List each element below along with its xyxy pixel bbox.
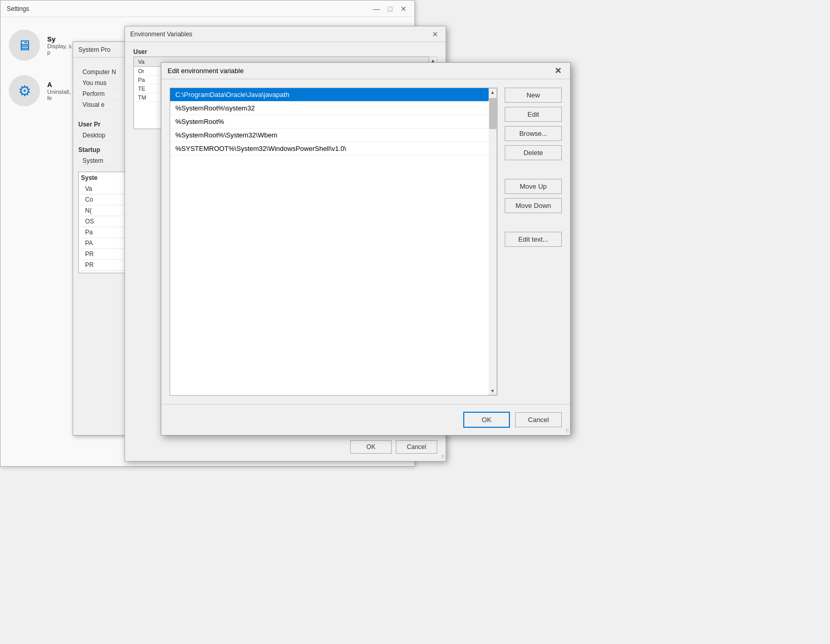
edit-button[interactable]: Edit bbox=[505, 107, 562, 122]
display-text: Sy Display, sp bbox=[47, 35, 72, 55]
edit-list: C:\ProgramData\Oracle\Java\javapath %Sys… bbox=[170, 88, 489, 395]
system-label: System bbox=[82, 157, 103, 164]
resize-handle[interactable]: ⠿ bbox=[441, 455, 445, 460]
btn-spacer bbox=[505, 164, 562, 175]
edit-button-panel: New Edit Browse... Delete Move Up Move D… bbox=[505, 88, 562, 396]
display-description: Display, sp bbox=[47, 43, 72, 55]
performance-label: Perform bbox=[82, 90, 105, 97]
display-icon: 🖥 bbox=[9, 30, 40, 61]
move-up-button[interactable]: Move Up bbox=[505, 179, 562, 194]
edit-resize-handle[interactable]: ⠿ bbox=[565, 429, 569, 434]
settings-titlebar: Settings — □ ✕ bbox=[1, 1, 414, 17]
list-item-javapath[interactable]: C:\ProgramData\Oracle\Java\javapath bbox=[170, 88, 489, 102]
settings-window-controls: — □ ✕ bbox=[372, 4, 408, 13]
you-must-label: You mus bbox=[82, 79, 106, 87]
settings-close-button[interactable]: ✕ bbox=[399, 4, 408, 13]
list-scroll-thumb[interactable] bbox=[489, 98, 496, 129]
maximize-button[interactable]: □ bbox=[385, 4, 395, 13]
btn-spacer-2 bbox=[505, 217, 562, 228]
display-title: Sy bbox=[47, 35, 72, 43]
apps-icon: ⚙ bbox=[9, 75, 40, 106]
edit-env-dialog: Edit environment variable ✕ C:\ProgramDa… bbox=[161, 62, 571, 436]
apps-icon-glyph: ⚙ bbox=[18, 82, 31, 100]
env-ok-button[interactable]: OK bbox=[350, 440, 392, 454]
edit-text-button[interactable]: Edit text... bbox=[505, 232, 562, 247]
list-scrollbar: ▲ ▼ bbox=[489, 88, 497, 395]
env-close-button[interactable]: ✕ bbox=[430, 29, 440, 39]
edit-footer: OK Cancel bbox=[161, 404, 570, 435]
env-footer: OK Cancel bbox=[350, 440, 437, 454]
list-scroll-down[interactable]: ▼ bbox=[490, 387, 495, 395]
list-item-system32[interactable]: %SystemRoot%\system32 bbox=[170, 102, 489, 115]
edit-ok-button[interactable]: OK bbox=[463, 412, 510, 428]
user-vars-label: User bbox=[133, 48, 437, 55]
list-item-systemroot[interactable]: %SystemRoot% bbox=[170, 115, 489, 129]
visual-label: Visual e bbox=[82, 101, 104, 108]
new-button[interactable]: New bbox=[505, 88, 562, 103]
settings-title: Settings bbox=[7, 5, 29, 12]
env-titlebar: Environment Variables ✕ bbox=[125, 26, 446, 42]
sysprop-title: System Pro bbox=[78, 46, 110, 53]
edit-titlebar: Edit environment variable ✕ bbox=[161, 63, 570, 79]
edit-close-button[interactable]: ✕ bbox=[551, 65, 564, 77]
desktop-label: Desktop bbox=[82, 132, 105, 139]
edit-list-container: C:\ProgramData\Oracle\Java\javapath %Sys… bbox=[170, 88, 489, 395]
env-dialog-title: Environment Variables bbox=[130, 31, 192, 38]
edit-body: C:\ProgramData\Oracle\Java\javapath %Sys… bbox=[161, 79, 570, 404]
env-cancel-button[interactable]: Cancel bbox=[396, 440, 437, 454]
list-item-wbem[interactable]: %SystemRoot%\System32\Wbem bbox=[170, 129, 489, 142]
browse-button[interactable]: Browse... bbox=[505, 126, 562, 141]
edit-dialog-title: Edit environment variable bbox=[168, 67, 244, 75]
minimize-button[interactable]: — bbox=[372, 4, 381, 13]
edit-list-wrapper: C:\ProgramData\Oracle\Java\javapath %Sys… bbox=[170, 88, 497, 396]
computer-name-label: Computer N bbox=[82, 68, 116, 76]
edit-cancel-button[interactable]: Cancel bbox=[515, 412, 562, 427]
delete-button[interactable]: Delete bbox=[505, 145, 562, 160]
list-item-powershell[interactable]: %SYSTEMROOT%\System32\WindowsPowerShell\… bbox=[170, 142, 489, 156]
display-icon-glyph: 🖥 bbox=[17, 37, 32, 54]
move-down-button[interactable]: Move Down bbox=[505, 198, 562, 213]
list-scroll-up[interactable]: ▲ bbox=[490, 89, 495, 96]
